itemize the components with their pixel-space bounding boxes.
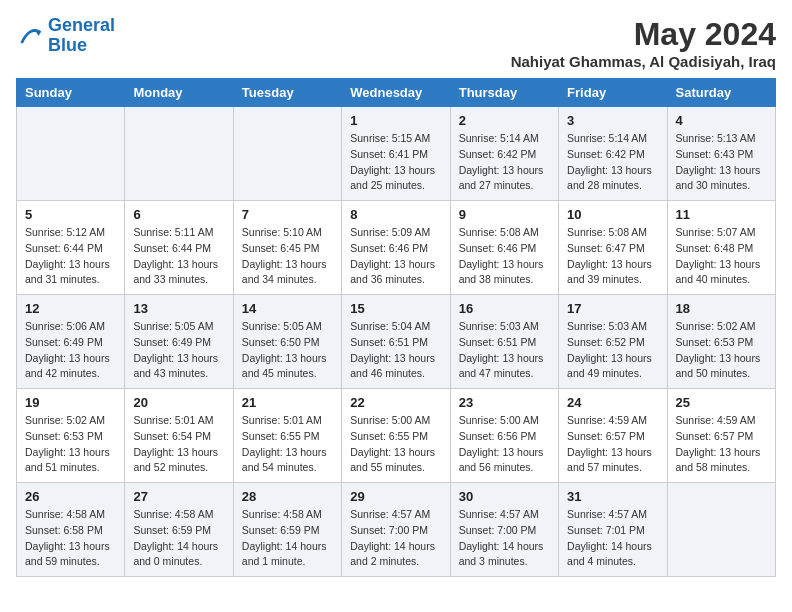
calendar-cell: 15Sunrise: 5:04 AMSunset: 6:51 PMDayligh… bbox=[342, 295, 450, 389]
calendar-cell: 2Sunrise: 5:14 AMSunset: 6:42 PMDaylight… bbox=[450, 107, 558, 201]
calendar-cell: 8Sunrise: 5:09 AMSunset: 6:46 PMDaylight… bbox=[342, 201, 450, 295]
day-info: Sunrise: 4:59 AMSunset: 6:57 PMDaylight:… bbox=[676, 413, 767, 476]
day-info: Sunrise: 5:03 AMSunset: 6:52 PMDaylight:… bbox=[567, 319, 658, 382]
day-info: Sunrise: 5:06 AMSunset: 6:49 PMDaylight:… bbox=[25, 319, 116, 382]
calendar-cell: 27Sunrise: 4:58 AMSunset: 6:59 PMDayligh… bbox=[125, 483, 233, 577]
calendar-cell: 1Sunrise: 5:15 AMSunset: 6:41 PMDaylight… bbox=[342, 107, 450, 201]
week-row-2: 12Sunrise: 5:06 AMSunset: 6:49 PMDayligh… bbox=[17, 295, 776, 389]
week-row-0: 1Sunrise: 5:15 AMSunset: 6:41 PMDaylight… bbox=[17, 107, 776, 201]
calendar-cell: 9Sunrise: 5:08 AMSunset: 6:46 PMDaylight… bbox=[450, 201, 558, 295]
calendar-cell: 25Sunrise: 4:59 AMSunset: 6:57 PMDayligh… bbox=[667, 389, 775, 483]
day-number: 4 bbox=[676, 113, 767, 128]
day-number: 6 bbox=[133, 207, 224, 222]
day-info: Sunrise: 5:01 AMSunset: 6:55 PMDaylight:… bbox=[242, 413, 333, 476]
day-info: Sunrise: 5:09 AMSunset: 6:46 PMDaylight:… bbox=[350, 225, 441, 288]
day-info: Sunrise: 4:59 AMSunset: 6:57 PMDaylight:… bbox=[567, 413, 658, 476]
calendar-cell: 16Sunrise: 5:03 AMSunset: 6:51 PMDayligh… bbox=[450, 295, 558, 389]
day-number: 27 bbox=[133, 489, 224, 504]
day-number: 21 bbox=[242, 395, 333, 410]
day-number: 14 bbox=[242, 301, 333, 316]
day-info: Sunrise: 4:57 AMSunset: 7:00 PMDaylight:… bbox=[459, 507, 550, 570]
calendar-cell: 4Sunrise: 5:13 AMSunset: 6:43 PMDaylight… bbox=[667, 107, 775, 201]
day-number: 9 bbox=[459, 207, 550, 222]
day-number: 31 bbox=[567, 489, 658, 504]
day-info: Sunrise: 4:57 AMSunset: 7:00 PMDaylight:… bbox=[350, 507, 441, 570]
calendar-cell: 20Sunrise: 5:01 AMSunset: 6:54 PMDayligh… bbox=[125, 389, 233, 483]
calendar-cell: 11Sunrise: 5:07 AMSunset: 6:48 PMDayligh… bbox=[667, 201, 775, 295]
day-number: 28 bbox=[242, 489, 333, 504]
day-info: Sunrise: 5:12 AMSunset: 6:44 PMDaylight:… bbox=[25, 225, 116, 288]
day-info: Sunrise: 5:14 AMSunset: 6:42 PMDaylight:… bbox=[567, 131, 658, 194]
day-number: 30 bbox=[459, 489, 550, 504]
day-number: 20 bbox=[133, 395, 224, 410]
day-info: Sunrise: 4:58 AMSunset: 6:59 PMDaylight:… bbox=[242, 507, 333, 570]
day-number: 22 bbox=[350, 395, 441, 410]
header-friday: Friday bbox=[559, 79, 667, 107]
calendar-cell bbox=[17, 107, 125, 201]
day-info: Sunrise: 5:02 AMSunset: 6:53 PMDaylight:… bbox=[676, 319, 767, 382]
calendar-cell: 28Sunrise: 4:58 AMSunset: 6:59 PMDayligh… bbox=[233, 483, 341, 577]
calendar-table: SundayMondayTuesdayWednesdayThursdayFrid… bbox=[16, 78, 776, 577]
month-year: May 2024 bbox=[511, 16, 776, 53]
header-monday: Monday bbox=[125, 79, 233, 107]
day-number: 12 bbox=[25, 301, 116, 316]
logo-line1: General bbox=[48, 15, 115, 35]
calendar-cell: 12Sunrise: 5:06 AMSunset: 6:49 PMDayligh… bbox=[17, 295, 125, 389]
location: Nahiyat Ghammas, Al Qadisiyah, Iraq bbox=[511, 53, 776, 70]
day-number: 13 bbox=[133, 301, 224, 316]
calendar-cell: 10Sunrise: 5:08 AMSunset: 6:47 PMDayligh… bbox=[559, 201, 667, 295]
calendar-cell: 18Sunrise: 5:02 AMSunset: 6:53 PMDayligh… bbox=[667, 295, 775, 389]
calendar-cell: 22Sunrise: 5:00 AMSunset: 6:55 PMDayligh… bbox=[342, 389, 450, 483]
day-number: 1 bbox=[350, 113, 441, 128]
day-info: Sunrise: 5:00 AMSunset: 6:55 PMDaylight:… bbox=[350, 413, 441, 476]
calendar-cell: 19Sunrise: 5:02 AMSunset: 6:53 PMDayligh… bbox=[17, 389, 125, 483]
day-number: 5 bbox=[25, 207, 116, 222]
day-number: 10 bbox=[567, 207, 658, 222]
calendar-cell bbox=[125, 107, 233, 201]
header-sunday: Sunday bbox=[17, 79, 125, 107]
calendar-cell: 5Sunrise: 5:12 AMSunset: 6:44 PMDaylight… bbox=[17, 201, 125, 295]
day-info: Sunrise: 4:58 AMSunset: 6:58 PMDaylight:… bbox=[25, 507, 116, 570]
day-info: Sunrise: 5:01 AMSunset: 6:54 PMDaylight:… bbox=[133, 413, 224, 476]
title-block: May 2024 Nahiyat Ghammas, Al Qadisiyah, … bbox=[511, 16, 776, 70]
day-info: Sunrise: 5:08 AMSunset: 6:46 PMDaylight:… bbox=[459, 225, 550, 288]
header-thursday: Thursday bbox=[450, 79, 558, 107]
day-info: Sunrise: 5:03 AMSunset: 6:51 PMDaylight:… bbox=[459, 319, 550, 382]
day-number: 23 bbox=[459, 395, 550, 410]
day-number: 18 bbox=[676, 301, 767, 316]
day-info: Sunrise: 5:02 AMSunset: 6:53 PMDaylight:… bbox=[25, 413, 116, 476]
header-saturday: Saturday bbox=[667, 79, 775, 107]
day-number: 3 bbox=[567, 113, 658, 128]
day-number: 24 bbox=[567, 395, 658, 410]
week-row-3: 19Sunrise: 5:02 AMSunset: 6:53 PMDayligh… bbox=[17, 389, 776, 483]
week-row-1: 5Sunrise: 5:12 AMSunset: 6:44 PMDaylight… bbox=[17, 201, 776, 295]
day-number: 8 bbox=[350, 207, 441, 222]
header-wednesday: Wednesday bbox=[342, 79, 450, 107]
calendar-cell: 21Sunrise: 5:01 AMSunset: 6:55 PMDayligh… bbox=[233, 389, 341, 483]
calendar-cell: 13Sunrise: 5:05 AMSunset: 6:49 PMDayligh… bbox=[125, 295, 233, 389]
day-number: 7 bbox=[242, 207, 333, 222]
day-number: 19 bbox=[25, 395, 116, 410]
calendar-cell: 31Sunrise: 4:57 AMSunset: 7:01 PMDayligh… bbox=[559, 483, 667, 577]
calendar-cell: 24Sunrise: 4:59 AMSunset: 6:57 PMDayligh… bbox=[559, 389, 667, 483]
calendar-cell: 17Sunrise: 5:03 AMSunset: 6:52 PMDayligh… bbox=[559, 295, 667, 389]
logo-icon bbox=[16, 22, 44, 50]
calendar-cell: 3Sunrise: 5:14 AMSunset: 6:42 PMDaylight… bbox=[559, 107, 667, 201]
day-info: Sunrise: 5:15 AMSunset: 6:41 PMDaylight:… bbox=[350, 131, 441, 194]
day-number: 11 bbox=[676, 207, 767, 222]
day-info: Sunrise: 5:11 AMSunset: 6:44 PMDaylight:… bbox=[133, 225, 224, 288]
logo-line2: Blue bbox=[48, 35, 87, 55]
calendar-cell: 30Sunrise: 4:57 AMSunset: 7:00 PMDayligh… bbox=[450, 483, 558, 577]
day-info: Sunrise: 5:10 AMSunset: 6:45 PMDaylight:… bbox=[242, 225, 333, 288]
day-number: 29 bbox=[350, 489, 441, 504]
day-number: 26 bbox=[25, 489, 116, 504]
day-number: 16 bbox=[459, 301, 550, 316]
calendar-cell: 6Sunrise: 5:11 AMSunset: 6:44 PMDaylight… bbox=[125, 201, 233, 295]
day-info: Sunrise: 5:00 AMSunset: 6:56 PMDaylight:… bbox=[459, 413, 550, 476]
calendar-cell: 29Sunrise: 4:57 AMSunset: 7:00 PMDayligh… bbox=[342, 483, 450, 577]
day-info: Sunrise: 5:08 AMSunset: 6:47 PMDaylight:… bbox=[567, 225, 658, 288]
day-info: Sunrise: 4:57 AMSunset: 7:01 PMDaylight:… bbox=[567, 507, 658, 570]
day-number: 2 bbox=[459, 113, 550, 128]
day-info: Sunrise: 5:14 AMSunset: 6:42 PMDaylight:… bbox=[459, 131, 550, 194]
day-info: Sunrise: 5:07 AMSunset: 6:48 PMDaylight:… bbox=[676, 225, 767, 288]
